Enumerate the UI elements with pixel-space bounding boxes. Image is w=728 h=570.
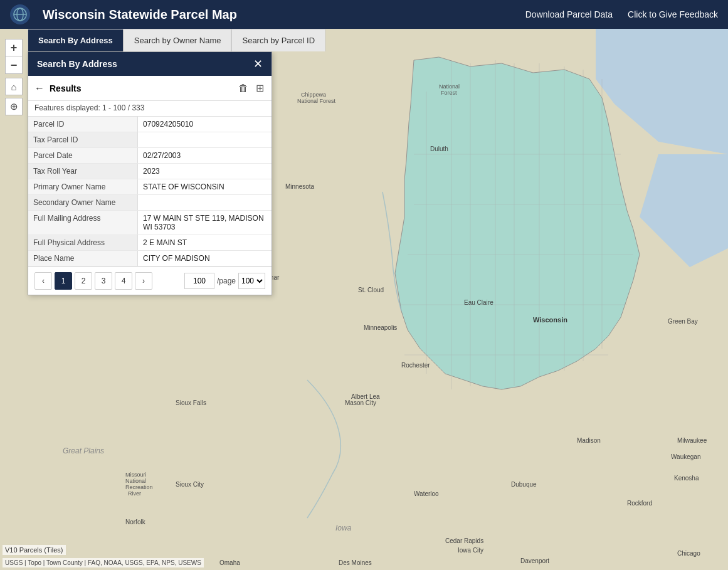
- svg-text:Omaha: Omaha: [219, 559, 240, 566]
- svg-text:Chicago: Chicago: [677, 550, 700, 557]
- table-row: Secondary Owner Name: [28, 195, 272, 211]
- table-row: Parcel Date02/27/2003: [28, 148, 272, 164]
- svg-text:Eau Claire: Eau Claire: [464, 299, 493, 306]
- svg-text:National Forest: National Forest: [297, 98, 336, 104]
- locate-button[interactable]: ⊕: [5, 98, 23, 115]
- parcel-data-table: Parcel ID070924205010Tax Parcel IDParcel…: [28, 117, 272, 267]
- svg-text:Recreation: Recreation: [125, 484, 153, 490]
- table-row: Tax Roll Year2023: [28, 164, 272, 179]
- field-value: 2 E MAIN ST: [138, 235, 272, 251]
- svg-text:Minneapolis: Minneapolis: [364, 324, 397, 331]
- table-body: Parcel ID070924205010Tax Parcel IDParcel…: [28, 117, 272, 267]
- map-container[interactable]: Duluth Eau Claire Wisconsin Madison Gree…: [0, 29, 728, 570]
- app-header: Wisconsin Statewide Parcel Map Download …: [0, 0, 728, 29]
- table-row: Parcel ID070924205010: [28, 117, 272, 132]
- page-3-button[interactable]: 3: [95, 272, 112, 290]
- svg-text:Dubuque: Dubuque: [511, 481, 537, 488]
- svg-text:Duluth: Duluth: [430, 145, 448, 152]
- table-row: Place NameCITY OF MADISON: [28, 251, 272, 267]
- grid-view-button[interactable]: ⊞: [255, 81, 265, 95]
- app-title: Wisconsin Statewide Parcel Map: [43, 8, 513, 22]
- svg-text:Albert Lea: Albert Lea: [351, 393, 380, 400]
- page-1-button[interactable]: 1: [55, 272, 72, 290]
- svg-text:Madison: Madison: [577, 437, 601, 444]
- svg-text:Waukegan: Waukegan: [671, 453, 700, 460]
- table-row: Full Physical Address2 E MAIN ST: [28, 235, 272, 251]
- tab-search-parcel[interactable]: Search by Parcel ID: [231, 29, 325, 51]
- panel-header: Search By Address ✕: [28, 52, 272, 76]
- panel-title: Search By Address: [37, 59, 117, 69]
- tab-search-address[interactable]: Search By Address: [28, 29, 124, 51]
- field-label: Primary Owner Name: [28, 179, 138, 195]
- delete-results-button[interactable]: 🗑: [237, 81, 250, 95]
- page-size-input[interactable]: [184, 273, 214, 289]
- svg-text:Minnesota: Minnesota: [285, 183, 315, 190]
- tab-search-owner[interactable]: Search by Owner Name: [124, 29, 232, 51]
- prev-page-button[interactable]: ‹: [34, 272, 52, 290]
- page-size-container: /page ▾ 10 25 50 100: [184, 273, 265, 289]
- svg-text:Rockford: Rockford: [627, 500, 652, 507]
- svg-text:Cedar Rapids: Cedar Rapids: [445, 537, 483, 544]
- field-label: Tax Parcel ID: [28, 132, 138, 148]
- page-2-button[interactable]: 2: [75, 272, 92, 290]
- field-label: Parcel ID: [28, 117, 138, 132]
- svg-text:Davenport: Davenport: [520, 557, 549, 564]
- svg-text:Iowa: Iowa: [335, 524, 352, 532]
- svg-text:St. Cloud: St. Cloud: [358, 287, 384, 293]
- zoom-controls: + − ⌂ ⊕: [5, 39, 23, 115]
- results-header: ← Results 🗑 ⊞: [28, 76, 272, 101]
- zoom-out-button[interactable]: −: [5, 56, 23, 74]
- table-row: Tax Parcel ID: [28, 132, 272, 148]
- results-actions: 🗑 ⊞: [237, 81, 265, 95]
- svg-text:Des Moines: Des Moines: [339, 559, 372, 566]
- field-label: Place Name: [28, 251, 138, 267]
- svg-text:Sioux City: Sioux City: [176, 481, 204, 488]
- svg-text:Forest: Forest: [441, 90, 457, 96]
- app-logo: [10, 4, 30, 24]
- svg-text:Wisconsin: Wisconsin: [533, 316, 567, 324]
- field-value: STATE OF WISCONSIN: [138, 179, 272, 195]
- download-link[interactable]: Download Parcel Data: [525, 9, 613, 19]
- home-button[interactable]: ⌂: [5, 78, 23, 95]
- map-attribution: USGS | Topo | Town County | FAQ, NOAA, U…: [3, 558, 204, 567]
- per-page-label: /page: [217, 277, 236, 285]
- panel-close-button[interactable]: ✕: [253, 58, 263, 70]
- field-label: Full Mailing Address: [28, 211, 138, 235]
- page-size-select[interactable]: ▾ 10 25 50 100: [238, 273, 265, 289]
- feedback-link[interactable]: Click to Give Feedback: [628, 9, 718, 19]
- svg-text:Waterloo: Waterloo: [414, 490, 439, 497]
- back-button[interactable]: ←: [34, 83, 45, 94]
- svg-text:Green Bay: Green Bay: [668, 318, 698, 325]
- results-title: Results: [50, 83, 232, 93]
- field-value: 02/27/2003: [138, 148, 272, 164]
- svg-text:Iowa City: Iowa City: [458, 547, 483, 554]
- svg-text:Norfolk: Norfolk: [125, 519, 146, 525]
- svg-text:Kenosha: Kenosha: [674, 475, 699, 482]
- page-4-button[interactable]: 4: [115, 272, 132, 290]
- header-nav: Download Parcel Data Click to Give Feedb…: [525, 9, 718, 19]
- field-value: 17 W MAIN ST STE 119, MADISON WI 53703: [138, 211, 272, 235]
- svg-text:River: River: [128, 490, 141, 497]
- field-value: 070924205010: [138, 117, 272, 132]
- svg-text:Milwaukee: Milwaukee: [677, 437, 707, 444]
- svg-text:Rochester: Rochester: [401, 362, 430, 369]
- field-value: [138, 195, 272, 211]
- search-panel: Search By Address ✕ ← Results 🗑 ⊞ Featur…: [28, 51, 272, 295]
- field-value: CITY OF MADISON: [138, 251, 272, 267]
- svg-text:National: National: [125, 478, 146, 484]
- table-row: Full Mailing Address17 W MAIN ST STE 119…: [28, 211, 272, 235]
- features-count: Features displayed: 1 - 100 / 333: [28, 101, 272, 117]
- svg-text:Mason City: Mason City: [345, 399, 376, 406]
- svg-text:Missouri: Missouri: [125, 472, 147, 478]
- field-value: [138, 132, 272, 148]
- next-page-button[interactable]: ›: [135, 272, 152, 290]
- svg-text:Chippewa: Chippewa: [301, 92, 326, 98]
- search-tabs: Search By Address Search by Owner Name S…: [28, 29, 325, 51]
- zoom-in-button[interactable]: +: [5, 39, 23, 56]
- tiles-label: V10 Parcels (Tiles): [3, 545, 66, 555]
- svg-text:Sioux Falls: Sioux Falls: [176, 399, 206, 406]
- svg-text:Great Plains: Great Plains: [63, 446, 104, 455]
- table-row: Primary Owner NameSTATE OF WISCONSIN: [28, 179, 272, 195]
- field-label: Tax Roll Year: [28, 164, 138, 179]
- field-label: Secondary Owner Name: [28, 195, 138, 211]
